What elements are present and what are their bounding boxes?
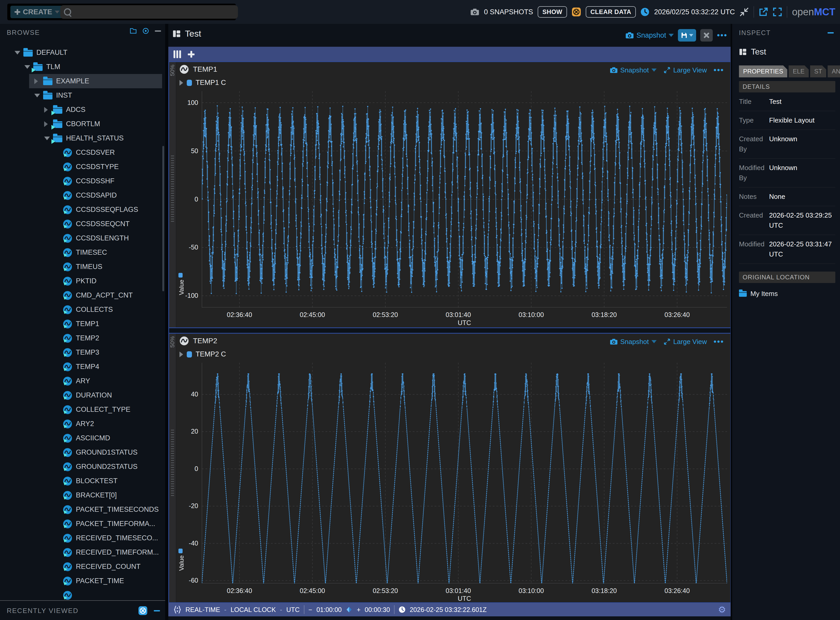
collapse-recents-icon[interactable] (154, 610, 160, 611)
tree-item-pktid[interactable]: PKTID (0, 274, 162, 288)
tree-scrollbar[interactable] (162, 146, 164, 291)
more-actions-button[interactable]: ••• (713, 337, 724, 346)
add-container-icon[interactable] (188, 51, 195, 58)
conductor-mode-icon[interactable] (173, 605, 181, 614)
tree-item[interactable] (0, 588, 162, 600)
chevron-down-icon[interactable] (44, 137, 50, 140)
tree-item-collects[interactable]: COLLECTS (0, 302, 162, 317)
conductor-clock[interactable]: LOCAL CLOCK (231, 606, 276, 614)
tree-item-temp3[interactable]: TEMP3 (0, 345, 162, 360)
inspector-tab-ele[interactable]: ELE (789, 65, 808, 77)
inspector-tab-st[interactable]: ST (810, 65, 826, 77)
tree-item-received-count[interactable]: RECEIVED_COUNT (0, 560, 162, 574)
save-button[interactable] (678, 29, 696, 42)
clear-recents-icon[interactable] (138, 606, 148, 615)
tree-item-timesec[interactable]: TIMESEC (0, 245, 162, 260)
chevron-down-icon[interactable] (34, 94, 40, 97)
chevron-right-icon[interactable] (34, 78, 38, 84)
tree-item-ary2[interactable]: ARY2 (0, 417, 162, 431)
temp1-plot-canvas[interactable] (202, 91, 727, 307)
fullscreen-icon[interactable] (773, 7, 782, 17)
collapse-browse-icon[interactable] (155, 30, 161, 32)
clear-data-button[interactable]: CLEAR DATA (586, 6, 636, 18)
end-offset-value[interactable]: 00:00:30 (365, 606, 390, 614)
tree-item-received-timeform-[interactable]: RECEIVED_TIMEFORM... (0, 545, 162, 560)
cancel-editing-button[interactable] (700, 29, 713, 42)
tree-item-ary[interactable]: ARY (0, 374, 162, 388)
chevron-right-icon[interactable] (44, 121, 48, 127)
conductor-timezone[interactable]: UTC (286, 606, 300, 614)
tree-item-received-timeseco-[interactable]: RECEIVED_TIMESECO... (0, 531, 162, 545)
x-tick-label: 03:10:00 (509, 587, 553, 594)
original-location-item[interactable]: My Items (739, 290, 840, 298)
frame-resize-handle[interactable] (168, 327, 731, 328)
new-folder-icon[interactable] (130, 27, 137, 34)
tree-item-asciicmd[interactable]: ASCIICMD (0, 431, 162, 445)
tree-item-ccsdsapid[interactable]: CCSDSAPID (0, 188, 162, 203)
legend-expand-icon[interactable] (179, 352, 183, 357)
snapshot-button[interactable]: Snapshot (626, 32, 674, 39)
target-icon[interactable] (142, 27, 149, 34)
conductor-mode[interactable]: REAL-TIME (185, 606, 220, 614)
tree-item-temp1[interactable]: TEMP1 (0, 317, 162, 331)
open-new-tab-icon[interactable] (759, 7, 768, 17)
show-snapshots-button[interactable]: SHOW (538, 6, 567, 18)
tree-item-adcs[interactable]: ADCS (0, 102, 162, 117)
tree-item-ccsdsseqflags[interactable]: CCSDSSEQFLAGS (0, 203, 162, 217)
search-input[interactable] (74, 8, 220, 17)
tree-item-blocktest[interactable]: BLOCKTEST (0, 474, 162, 488)
collapse-panes-icon[interactable] (739, 7, 749, 17)
tree-item-ccsdstype[interactable]: CCSDSTYPE (0, 160, 162, 174)
telemetry-icon (63, 348, 72, 357)
tree-item-ccsdsseqcnt[interactable]: CCSDSSEQCNT (0, 217, 162, 231)
tree-item-example[interactable]: EXAMPLE (0, 74, 162, 88)
tree-item-cmd-acpt-cnt[interactable]: CMD_ACPT_CNT (0, 288, 162, 302)
tree-item-collect-type[interactable]: COLLECT_TYPE (0, 402, 162, 417)
start-offset-value[interactable]: 01:00:00 (317, 606, 342, 614)
collapse-inspector-icon[interactable] (828, 32, 834, 33)
frame-grippy-handle[interactable] (171, 430, 174, 497)
tree-item-tlm[interactable]: TLM (0, 60, 162, 74)
tree-item-bracket-0-[interactable]: BRACKET[0] (0, 488, 162, 503)
tree-item-ccsdslength[interactable]: CCSDSLENGTH (0, 231, 162, 245)
tree-item-ground1status[interactable]: GROUND1STATUS (0, 445, 162, 459)
tree-item-ccsdsshf[interactable]: CCSDSSHF (0, 174, 162, 188)
chevron-down-icon[interactable] (24, 65, 30, 69)
more-actions-button[interactable]: ••• (713, 66, 724, 75)
snapshot-button[interactable]: Snapshot (610, 66, 657, 74)
tree-item-default[interactable]: DEFAULT (0, 45, 162, 60)
tree-item-health-status[interactable]: HEALTH_STATUS (0, 131, 162, 145)
pane-splitter[interactable] (165, 24, 168, 620)
offset-diamond-icon[interactable] (346, 606, 353, 613)
tree-item-inst[interactable]: INST (0, 88, 162, 102)
telemetry-icon (63, 277, 72, 286)
temp2-plot-canvas[interactable] (202, 363, 727, 583)
tree-item-temp4[interactable]: TEMP4 (0, 360, 162, 374)
frame-drag-strip[interactable]: 50% (169, 62, 176, 327)
chevron-right-icon[interactable] (44, 107, 48, 113)
tree-item-packet-timeforma-[interactable]: PACKET_TIMEFORMA... (0, 517, 162, 531)
legend-expand-icon[interactable] (179, 80, 183, 86)
inspector-tab-anno[interactable]: ANNO (828, 65, 840, 77)
tree-item-timeus[interactable]: TIMEUS (0, 260, 162, 274)
frame-grippy-handle[interactable] (171, 155, 174, 223)
tree-item-ground2status[interactable]: GROUND2STATUS (0, 459, 162, 474)
chevron-down-icon[interactable] (15, 51, 20, 54)
large-view-button[interactable]: Large View (664, 338, 707, 346)
frame-drag-strip[interactable]: 50% (169, 334, 176, 602)
tree-item-cbortlm[interactable]: CBORTLM (0, 117, 162, 131)
snapshot-button[interactable]: Snapshot (610, 338, 657, 346)
inspector-tab-properties[interactable]: PROPERTIES (739, 65, 787, 77)
tree-item-temp2[interactable]: TEMP2 (0, 331, 162, 345)
tree-item-duration[interactable]: DURATION (0, 388, 162, 402)
more-actions-button[interactable]: ••• (717, 31, 727, 40)
columns-layout-icon[interactable] (173, 50, 181, 58)
tree-item-packet-time[interactable]: PACKET_TIME (0, 574, 162, 588)
search-box[interactable] (60, 5, 238, 19)
tree-item-ccsdsver[interactable]: CCSDSVER (0, 145, 162, 160)
create-button[interactable]: CREATE (11, 6, 63, 18)
large-view-button[interactable]: Large View (664, 66, 707, 74)
x-tick-label: 03:10:00 (509, 311, 553, 319)
tree-item-packet-timeseconds[interactable]: PACKET_TIMESECONDS (0, 503, 162, 517)
conductor-settings-icon[interactable]: ⚙ (718, 605, 726, 614)
